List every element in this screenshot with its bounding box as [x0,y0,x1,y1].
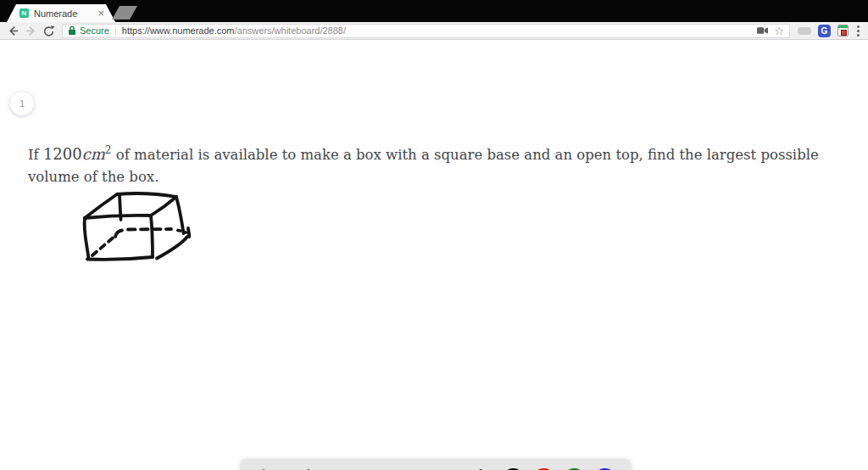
new-tab-button[interactable] [112,6,137,20]
extension-icon[interactable] [798,27,811,35]
tab-close-icon[interactable]: × [97,8,104,19]
select-tool-button[interactable] [325,467,352,470]
extension-area: G [790,25,868,37]
back-button[interactable] [5,23,20,38]
url-text: https://www.numerade.com/answers/whitebo… [122,25,757,36]
redo-button[interactable] [290,467,317,470]
tab-title: Numerade [34,8,94,19]
problem-line-1: If 1200cm2 of material is available to m… [28,139,854,166]
text-tool-button[interactable]: A [467,465,494,470]
forward-arrow-icon [25,25,37,37]
forward-button[interactable] [23,23,38,38]
math-expression: 1200cm2 [43,145,112,163]
eraser-tool-button[interactable] [429,467,459,470]
address-bar[interactable]: Secure https://www.numerade.com/answers/… [62,24,790,38]
pencil-tool-button[interactable] [359,467,387,470]
browser-window: N Numerade × Secure https://www.num [0,0,868,470]
whiteboard-canvas[interactable]: 1 If 1200cm2 of material is available to… [0,40,868,470]
padlock-icon [68,25,76,36]
drawing-toolbar: A [242,459,630,470]
browser-menu-icon[interactable] [855,25,861,36]
reload-button[interactable] [41,23,56,38]
problem-text: If 1200cm2 of material is available to m… [28,139,854,188]
numerade-favicon-icon: N [19,8,29,18]
undo-icon [256,467,281,470]
page-number-badge[interactable]: 1 [10,92,34,115]
tab-numerade[interactable]: N Numerade × [7,4,115,22]
url-path: /answers/whiteboard/2888/ [235,25,346,36]
tab-strip: N Numerade × [0,0,868,22]
undo-button[interactable] [255,467,282,470]
security-label: Secure [80,25,109,36]
red-extension-icon[interactable] [837,25,849,36]
add-tool-button[interactable] [394,467,421,470]
reload-icon [42,25,55,37]
url-domain: https://www.numerade.com [122,25,235,36]
navigation-bar: Secure https://www.numerade.com/answers/… [0,22,868,40]
redo-icon [291,467,316,470]
back-arrow-icon [7,25,19,37]
box-sketch-drawing [76,186,191,269]
g-extension-icon[interactable]: G [818,25,831,37]
camera-icon[interactable] [757,26,768,35]
bookmark-star-icon[interactable]: ☆ [774,25,784,36]
omnibox-divider [115,26,116,36]
